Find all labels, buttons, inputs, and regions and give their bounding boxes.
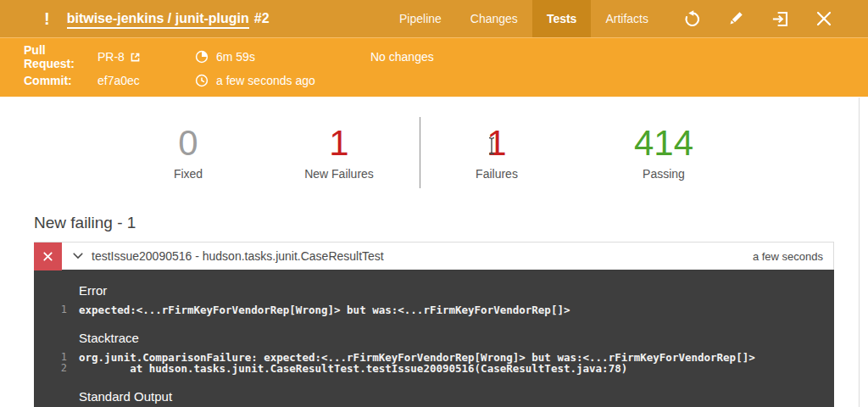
top-bar: ! bitwise-jenkins / junit-plugin#2 Pipel… <box>0 0 868 37</box>
pull-request-link[interactable]: PR-8 <box>97 50 195 64</box>
time-ago-text: a few seconds ago <box>216 74 315 87</box>
tab-pipeline[interactable]: Pipeline <box>385 0 456 37</box>
new-failing-heading: New failing - 1 <box>34 214 136 232</box>
failures-label: Failures <box>476 167 518 181</box>
failures-count: 1 <box>476 125 518 162</box>
test-log-console: Error 1 expected:<...rFirmKeyForVendorRe… <box>34 270 834 407</box>
exit-to-classic-icon[interactable] <box>770 8 790 29</box>
line-number: 1 <box>34 352 79 364</box>
tab-artifacts[interactable]: Artifacts <box>591 0 663 37</box>
error-log-text: expected:<...rFirmKeyForVendorRep[Wrong]… <box>79 304 834 316</box>
error-heading: Error <box>79 283 834 298</box>
passing-count: 414 <box>634 125 693 162</box>
stdout-heading: Standard Output <box>79 389 834 404</box>
stat-fixed: 0 Fixed <box>174 125 203 181</box>
commit-value: ef7a0ec <box>97 74 195 87</box>
time-ago-meta: a few seconds ago <box>195 74 370 87</box>
text-cursor-artifact <box>487 137 497 159</box>
pull-request-value: PR-8 <box>97 50 125 64</box>
chevron-down-icon[interactable] <box>73 253 83 259</box>
duration-text: 6m 59s <box>216 50 255 64</box>
close-icon[interactable] <box>814 8 834 29</box>
stat-failures: 1 Failures <box>476 125 518 181</box>
new-failures-label: New Failures <box>304 167 374 181</box>
changes-text: No changes <box>370 50 868 64</box>
edit-icon[interactable] <box>726 8 746 29</box>
fixed-count: 0 <box>174 125 203 162</box>
test-duration: a few seconds <box>753 250 833 263</box>
clock-icon <box>195 74 209 87</box>
stats-divider <box>420 117 420 188</box>
duration-icon <box>195 50 209 64</box>
tab-bar: Pipeline Changes Tests Artifacts <box>385 0 663 37</box>
line-number: 2 <box>34 363 79 375</box>
pipeline-title-link[interactable]: bitwise-jenkins / junit-plugin <box>67 11 249 29</box>
fixed-label: Fixed <box>174 167 203 181</box>
rerun-icon[interactable] <box>682 8 702 29</box>
header-actions <box>682 0 834 37</box>
failing-test-row[interactable]: testIssue20090516 - hudson.tasks.junit.C… <box>34 242 834 270</box>
commit-label: Commit: <box>24 74 97 87</box>
stacktrace-log-line: 1 org.junit.ComparisonFailure: expected:… <box>34 352 834 364</box>
external-link-icon <box>130 52 141 63</box>
failing-test-card: testIssue20090516 - hudson.tasks.junit.C… <box>34 242 834 407</box>
passing-label: Passing <box>634 167 693 181</box>
failure-status-icon <box>34 243 62 270</box>
test-results-page: ! bitwise-jenkins / junit-plugin#2 Pipel… <box>0 0 868 407</box>
stacktrace-log-line: 2 at hudson.tasks.junit.CaseResultTest.t… <box>34 363 834 375</box>
unstable-status-icon: ! <box>44 9 50 29</box>
scrollbar[interactable] <box>859 98 860 407</box>
duration-meta: 6m 59s <box>195 50 370 64</box>
tab-tests[interactable]: Tests <box>532 0 592 37</box>
line-number: 1 <box>34 304 79 316</box>
error-log-line: 1 expected:<...rFirmKeyForVendorRep[Wron… <box>34 304 834 316</box>
new-failures-count: 1 <box>304 125 374 162</box>
tab-changes[interactable]: Changes <box>456 0 532 37</box>
stacktrace-log-text: org.junit.ComparisonFailure: expected:<.… <box>79 352 834 364</box>
stacktrace-heading: Stacktrace <box>79 331 834 345</box>
run-number: #2 <box>254 11 270 25</box>
page-title: bitwise-jenkins / junit-plugin#2 <box>67 11 270 26</box>
run-details-bar: Pull Request: PR-8 6m 59s No changes Com… <box>0 37 868 97</box>
stat-new-failures: 1 New Failures <box>304 125 374 181</box>
stat-passing: 414 Passing <box>634 125 693 181</box>
pull-request-label: Pull Request: <box>24 43 97 70</box>
stacktrace-log-text: at hudson.tasks.junit.CaseResultTest.tes… <box>79 363 834 375</box>
test-name: testIssue20090516 - hudson.tasks.junit.C… <box>92 249 384 263</box>
